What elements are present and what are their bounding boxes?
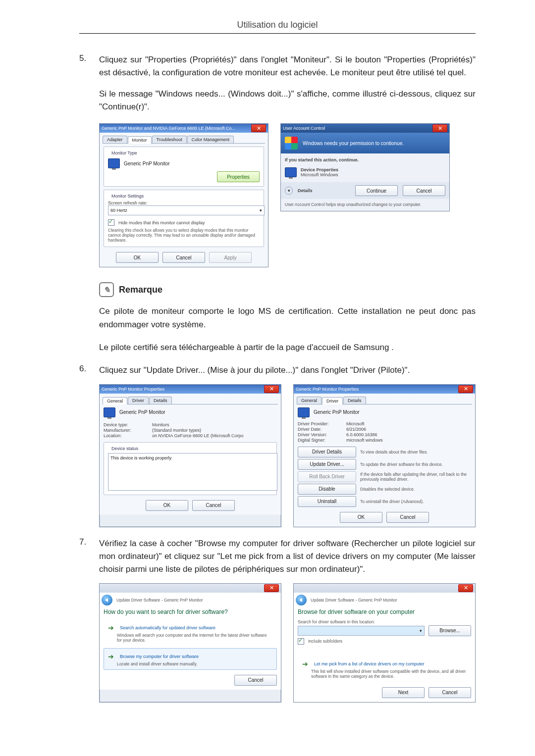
- driver-provider-label: Driver Provider:: [298, 421, 340, 426]
- driver-details-desc: To view details about the driver files.: [360, 450, 428, 454]
- update-driver-button[interactable]: Update Driver...: [298, 459, 356, 470]
- uac-if-started: If you started this action, continue.: [285, 157, 445, 162]
- location-value: on NVIDIA GeForce 6600 LE (Microsoft Cor…: [152, 433, 244, 438]
- note-paragraph-2: Le pilote certifié sera téléchargeable à…: [99, 341, 476, 354]
- uac-app-name: Device Properties: [301, 167, 338, 172]
- ok-button[interactable]: OK: [116, 252, 159, 263]
- cancel-button[interactable]: Cancel: [192, 500, 235, 511]
- arrow-right-icon: ➔: [302, 660, 308, 668]
- monitor-device-name: Generic PnP Monitor: [124, 161, 170, 166]
- step-5-text-2: Si le message "Windows needs... (Windows…: [99, 88, 476, 114]
- manufacturer-label: Manufacturer:: [104, 428, 146, 433]
- dialog-title: Generic PnP Monitor Properties: [296, 387, 456, 392]
- wizard-breadcrumb: Update Driver Software - Generic PnP Mon…: [116, 598, 203, 603]
- driver-date-label: Driver Date:: [298, 427, 340, 432]
- back-icon[interactable]: [102, 595, 112, 605]
- option-browse-computer[interactable]: ➔Browse my computer for driver software …: [104, 648, 277, 670]
- hide-modes-label: Hide modes that this monitor cannot disp…: [118, 220, 205, 225]
- arrow-right-icon: ➔: [108, 624, 114, 632]
- tab-color-management[interactable]: Color Management: [187, 136, 234, 143]
- cancel-button[interactable]: Cancel: [428, 687, 471, 698]
- cancel-button[interactable]: Cancel: [162, 252, 205, 263]
- uac-vendor: Microsoft Windows: [301, 172, 338, 177]
- monitor-props-driver-dialog: Generic PnP Monitor Properties ✕ General…: [293, 384, 476, 527]
- cancel-button[interactable]: Cancel: [386, 512, 429, 523]
- search-path-input[interactable]: ▾: [298, 626, 425, 636]
- close-icon[interactable]: ✕: [458, 584, 473, 592]
- step-5-text-1: Cliquez sur "Properties (Propriétés)" da…: [99, 53, 476, 80]
- tab-troubleshoot[interactable]: Troubleshoot: [152, 136, 187, 143]
- close-icon[interactable]: ✕: [251, 124, 266, 132]
- option-pick-title: Let me pick from a list of device driver…: [314, 661, 425, 666]
- digital-signer-label: Digital Signer:: [298, 438, 340, 443]
- cancel-button[interactable]: Cancel: [234, 675, 277, 686]
- note-paragraph-1: Ce pilote de moniteur comporte le logo M…: [99, 305, 476, 331]
- search-location-label: Search for driver software in this locat…: [298, 619, 471, 624]
- update-driver-wizard-2: ✕ Update Driver Software - Generic PnP M…: [293, 583, 476, 703]
- device-status-legend: Device status: [110, 446, 140, 451]
- cancel-button[interactable]: Cancel: [403, 185, 445, 196]
- page-title: Utilisation du logiciel: [79, 20, 476, 34]
- continue-button[interactable]: Continue: [355, 185, 398, 196]
- driver-version-value: 6.0.6000.16386: [346, 432, 377, 437]
- option-browse-title: Browse my computer for driver software: [120, 654, 199, 659]
- properties-button[interactable]: Properties: [217, 171, 260, 182]
- driver-details-button[interactable]: Driver Details: [298, 447, 356, 457]
- uninstall-button[interactable]: Uninstall: [298, 496, 356, 507]
- close-icon[interactable]: ✕: [432, 124, 447, 132]
- step-5-number: 5.: [79, 53, 99, 80]
- dialog-title: Generic PnP Monitor Properties: [102, 387, 262, 392]
- update-driver-desc: To update the driver software for this d…: [360, 462, 443, 467]
- tab-monitor[interactable]: Monitor: [128, 136, 152, 144]
- location-label: Location:: [104, 433, 146, 438]
- option-search-auto[interactable]: ➔Search automatically for updated driver…: [104, 619, 277, 646]
- ok-button[interactable]: OK: [340, 512, 382, 523]
- step-7-number: 7.: [79, 537, 99, 576]
- option-pick-desc: This list will show installed driver sof…: [311, 669, 467, 679]
- ok-button[interactable]: OK: [146, 500, 188, 511]
- monitor-icon: [298, 407, 310, 417]
- note-icon: ✎: [99, 282, 114, 297]
- include-subfolders-checkbox[interactable]: [298, 638, 304, 645]
- close-icon[interactable]: ✕: [264, 584, 279, 592]
- refresh-rate-select[interactable]: 60 Hertz▾: [108, 205, 265, 215]
- browse-button[interactable]: Browse...: [428, 625, 471, 636]
- hide-modes-checkbox[interactable]: [108, 219, 114, 226]
- device-type-label: Device type:: [104, 422, 146, 427]
- digital-signer-value: microsoft windows: [346, 438, 383, 443]
- tab-details[interactable]: Details: [343, 397, 366, 404]
- tab-driver[interactable]: Driver: [322, 397, 343, 404]
- uac-details-toggle[interactable]: Details: [298, 188, 350, 193]
- back-icon[interactable]: [296, 595, 307, 605]
- rollback-driver-button: Roll Back Driver: [298, 471, 356, 482]
- next-button[interactable]: Next: [382, 687, 425, 698]
- close-icon[interactable]: ✕: [264, 385, 279, 393]
- tab-general[interactable]: General: [103, 397, 127, 404]
- device-status-text: This device is working properly.: [108, 453, 277, 491]
- driver-provider-value: Microsoft: [346, 421, 365, 426]
- chevron-down-icon: ▾: [420, 628, 422, 633]
- tab-adapter[interactable]: Adapter: [103, 136, 127, 143]
- close-icon[interactable]: ✕: [458, 385, 473, 393]
- driver-date-value: 6/21/2006: [346, 427, 366, 432]
- monitor-icon: [285, 167, 297, 177]
- option-search-auto-title: Search automatically for updated driver …: [120, 625, 215, 630]
- monitor-properties-dialog: Generic PnP Monitor and NVIDIA GeForce 6…: [99, 123, 268, 267]
- step-6-number: 6.: [79, 364, 99, 377]
- hide-modes-note: Clearing this check box allows you to se…: [108, 228, 260, 243]
- tab-driver[interactable]: Driver: [128, 397, 149, 404]
- arrow-right-icon: ➔: [108, 653, 114, 660]
- chevron-down-icon: ▾: [260, 208, 262, 213]
- tab-details[interactable]: Details: [149, 397, 172, 404]
- tab-general[interactable]: General: [297, 397, 321, 404]
- chevron-down-icon[interactable]: ▾: [285, 187, 293, 195]
- device-name: Generic PnP Monitor: [119, 409, 165, 415]
- monitor-icon: [108, 158, 120, 168]
- uac-banner: Windows needs your permission to contion…: [303, 141, 404, 146]
- rollback-driver-desc: If the device fails after updating the d…: [360, 472, 471, 482]
- disable-button[interactable]: Disable: [298, 484, 356, 495]
- option-pick-from-list[interactable]: ➔Let me pick from a list of device drive…: [298, 655, 471, 682]
- apply-button[interactable]: Apply: [209, 252, 252, 263]
- refresh-rate-label: Screen refresh rate:: [108, 201, 260, 205]
- note-title: Remarque: [119, 285, 162, 295]
